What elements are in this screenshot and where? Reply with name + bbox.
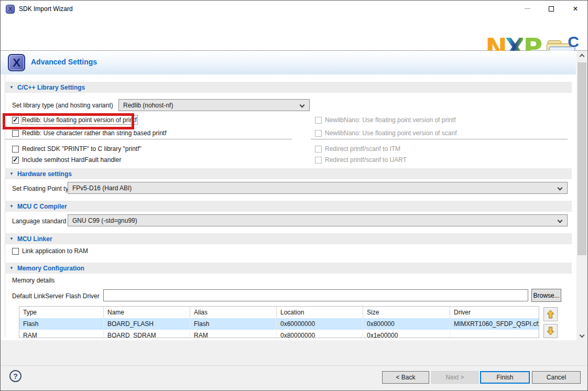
help-button[interactable]: ?: [9, 370, 21, 382]
scroll-up-button[interactable]: [576, 51, 587, 60]
banner: NXP C: [1, 17, 587, 51]
back-button-label: < Back: [396, 374, 415, 381]
checkbox-label: NewlibNano: Use floating point version o…: [325, 116, 455, 124]
collapse-arrow-icon: ▼: [9, 172, 14, 176]
col-header-size[interactable]: Size: [363, 307, 450, 318]
browse-button-label: Browse...: [533, 292, 559, 299]
fp-type-dropdown[interactable]: FPv5-D16 (Hard ABI): [68, 182, 568, 194]
cancel-button-label: Cancel: [547, 374, 566, 381]
move-row-up-button[interactable]: [543, 307, 558, 321]
section-compiler-title: MCU C Compiler: [17, 203, 67, 210]
flash-driver-label: Default LinkServer Flash Driver: [12, 292, 100, 300]
help-icon: ?: [13, 372, 18, 381]
titlebar: X SDK Import Wizard ×: [1, 1, 587, 17]
maximize-button[interactable]: [539, 1, 563, 17]
check-icon: ✓: [13, 156, 18, 164]
checkbox-label: NewlibNano: Use floating point version o…: [325, 129, 456, 137]
col-header-driver[interactable]: Driver: [450, 307, 539, 318]
move-row-down-button[interactable]: [543, 324, 558, 338]
language-standard-dropdown[interactable]: GNU C99 (-std=gnu99): [68, 214, 568, 226]
cell-type: Flash: [19, 318, 104, 330]
checkbox-unchecked-box: [12, 130, 19, 137]
checkbox-label: Redirect printf/scanf to UART: [325, 156, 407, 164]
section-memory-title: Memory Configuration: [17, 265, 84, 272]
checkbox-newlibnano-printf: NewlibNano: Use floating point version o…: [315, 116, 455, 124]
cell-size: 0x800000: [363, 318, 450, 330]
library-type-dropdown[interactable]: Redlib (nohost-nf): [118, 99, 310, 111]
checkbox-link-to-ram[interactable]: Link application to RAM: [12, 247, 88, 255]
section-memory-configuration[interactable]: ▼ Memory Configuration: [5, 263, 572, 274]
fp-type-label: Set Floating Point type: [12, 185, 75, 192]
page-header-band: X Advanced Settings: [1, 51, 576, 74]
chevron-down-icon: [300, 103, 305, 108]
cell-location: 0x80000000: [277, 330, 363, 338]
maximize-icon: [549, 6, 554, 12]
sdk-import-wizard-window: X SDK Import Wizard × NXP C X Advanced S…: [0, 0, 588, 391]
library-type-label: Set library type (and hosting variant): [12, 102, 113, 109]
window-title: SDK Import Wizard: [19, 5, 73, 13]
collapse-arrow-icon: ▼: [9, 85, 14, 90]
cell-alias: RAM: [190, 330, 277, 338]
collapse-arrow-icon: ▼: [9, 237, 14, 241]
scroll-down-icon: [580, 332, 585, 338]
checkbox-label: Redlib: Use character rather than string…: [22, 129, 166, 137]
minimize-button[interactable]: [515, 1, 539, 17]
section-hardware-settings[interactable]: ▼ Hardware settings: [5, 168, 572, 179]
checkbox-unchecked-box: [12, 146, 19, 153]
checkbox-unchecked-box: [315, 117, 322, 124]
col-header-type[interactable]: Type: [19, 307, 104, 318]
col-header-alias[interactable]: Alias: [190, 307, 277, 318]
language-standard-label: Language standard: [12, 218, 66, 225]
wizard-page-content: X Advanced Settings ▼ C/C++ Library Sett…: [1, 51, 576, 340]
browse-button[interactable]: Browse...: [531, 289, 561, 302]
finish-button[interactable]: Finish: [480, 371, 530, 384]
section-mcu-c-compiler[interactable]: ▼ MCU C Compiler: [5, 201, 572, 212]
table-row-flash[interactable]: Flash BOARD_FLASH Flash 0x60000000 0x800…: [19, 318, 539, 330]
table-row-ram[interactable]: RAM BOARD_SDRAM RAM 0x80000000 0x1e00000: [19, 330, 539, 338]
section-mcu-linker[interactable]: ▼ MCU Linker: [5, 233, 572, 244]
flash-driver-input[interactable]: [103, 289, 528, 301]
checkbox-redirect-sdk-printf[interactable]: Redirect SDK "PRINTF" to C library "prin…: [12, 145, 141, 153]
memory-details-label: Memory details: [12, 277, 55, 284]
check-icon: ✓: [13, 116, 18, 124]
checkbox-checked-box: ✓: [12, 157, 19, 164]
mcuxpresso-app-icon: X: [6, 5, 15, 14]
vertical-scrollbar[interactable]: [576, 51, 587, 340]
back-button[interactable]: < Back: [382, 371, 429, 384]
section-linker-title: MCU Linker: [17, 235, 52, 243]
col-header-location[interactable]: Location: [277, 307, 363, 318]
close-button[interactable]: ×: [563, 1, 587, 17]
library-type-value: Redlib (nohost-nf): [123, 102, 173, 109]
footer-separator: [1, 365, 588, 366]
mcuxpresso-page-icon: X: [8, 54, 25, 71]
checkbox-newlibnano-scanf: NewlibNano: Use floating point version o…: [315, 129, 456, 137]
scroll-down-button[interactable]: [576, 331, 587, 340]
move-up-icon: [547, 310, 554, 319]
scroll-up-icon: [580, 54, 585, 59]
section-library-settings[interactable]: ▼ C/C++ Library Settings: [5, 82, 572, 93]
scrollbar-thumb[interactable]: [578, 62, 586, 255]
collapse-arrow-icon: ▼: [9, 204, 14, 209]
checkbox-label: Include semihost HardFault handler: [22, 156, 121, 164]
finish-button-label: Finish: [496, 374, 513, 381]
checkbox-redlib-char-printf[interactable]: Redlib: Use character rather than string…: [12, 129, 166, 137]
col-header-name[interactable]: Name: [104, 307, 190, 318]
wizard-footer: ? < Back Next > Finish Cancel: [1, 340, 588, 391]
cancel-button[interactable]: Cancel: [532, 371, 581, 384]
checkbox-unchecked-box: [315, 157, 322, 164]
window-controls: ×: [515, 1, 587, 17]
checkbox-label: Redirect printf/scanf to ITM: [325, 145, 400, 153]
cell-type: RAM: [19, 330, 104, 338]
fp-type-value: FPv5-D16 (Hard ABI): [72, 184, 132, 192]
chevron-down-icon: [558, 186, 563, 191]
minimize-icon: [525, 8, 530, 9]
checkbox-redlib-float-printf[interactable]: ✓ Redlib: Use floating point version of …: [12, 116, 137, 124]
section-hardware-title: Hardware settings: [17, 170, 72, 178]
cell-driver: [450, 330, 539, 338]
checkbox-checked-box: ✓: [12, 117, 19, 124]
folder-c-letter: C: [568, 33, 579, 51]
memory-table-header: Type Name Alias Location Size Driver: [19, 307, 539, 318]
cell-name: BOARD_FLASH: [104, 318, 190, 330]
close-icon: ×: [573, 6, 578, 12]
checkbox-semihost-hardfault[interactable]: ✓ Include semihost HardFault handler: [12, 156, 121, 164]
